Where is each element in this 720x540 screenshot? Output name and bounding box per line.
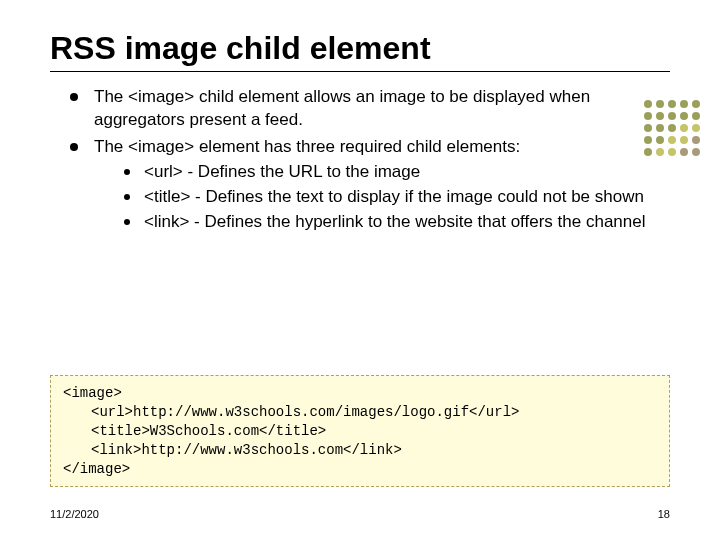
list-item: The <image> element has three required c… bbox=[70, 136, 670, 234]
page-title: RSS image child element bbox=[50, 30, 670, 67]
sub-bullet-text: <url> - Defines the URL to the image bbox=[144, 162, 420, 181]
code-example: <image> <url>http://www.w3schools.com/im… bbox=[50, 375, 670, 487]
slide: RSS image child element The <image> chil… bbox=[0, 0, 720, 540]
sub-bullet-list: <url> - Defines the URL to the image <ti… bbox=[124, 161, 670, 234]
list-item: The <image> child element allows an imag… bbox=[70, 86, 670, 132]
list-item: <link> - Defines the hyperlink to the we… bbox=[124, 211, 670, 234]
code-line: <url>http://www.w3schools.com/images/log… bbox=[91, 404, 519, 420]
bullet-text: The <image> element has three required c… bbox=[94, 137, 520, 156]
bullet-list: The <image> child element allows an imag… bbox=[70, 86, 670, 234]
list-item: <title> - Defines the text to display if… bbox=[124, 186, 670, 209]
list-item: <url> - Defines the URL to the image bbox=[124, 161, 670, 184]
title-underline bbox=[50, 71, 670, 72]
bullet-text: The <image> child element allows an imag… bbox=[94, 87, 590, 129]
code-line: <title>W3Schools.com</title> bbox=[91, 423, 326, 439]
code-line: <image> bbox=[63, 385, 122, 401]
page-number: 18 bbox=[658, 508, 670, 520]
code-line: </image> bbox=[63, 461, 130, 477]
sub-bullet-text: <title> - Defines the text to display if… bbox=[144, 187, 644, 206]
footer-date: 11/2/2020 bbox=[50, 508, 99, 520]
code-line: <link>http://www.w3schools.com</link> bbox=[91, 442, 402, 458]
sub-bullet-text: <link> - Defines the hyperlink to the we… bbox=[144, 212, 645, 231]
